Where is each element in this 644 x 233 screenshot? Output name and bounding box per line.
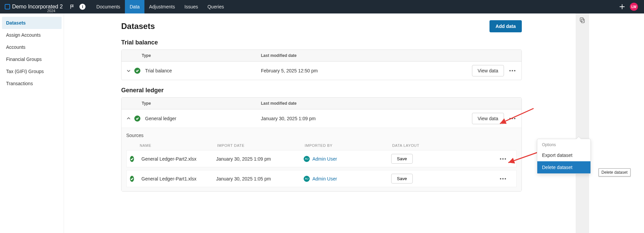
svg-rect-1 (580, 18, 583, 22)
sources-col-layout: DATA LAYOUT (392, 143, 493, 147)
trial-balance-row: Trial balance February 5, 2025 12:50 pm … (122, 62, 521, 80)
sidebar-item-assign-accounts[interactable]: Assign Accounts (2, 29, 62, 41)
add-icon[interactable] (618, 3, 626, 10)
svg-line-2 (500, 108, 534, 124)
section-trial-balance-title: Trial balance (121, 39, 522, 46)
column-header-type: Type (126, 53, 261, 58)
dropdown-export-dataset[interactable]: Export dataset (537, 149, 590, 161)
dropdown-delete-dataset[interactable]: Delete dataset (537, 161, 590, 173)
company-block[interactable]: Demo Incorporated 2 (3, 4, 65, 10)
row-date: February 5, 2025 12:50 pm (261, 68, 472, 73)
status-success-icon (134, 115, 140, 122)
source-import-date: January 30, 2025 1:09 pm (216, 156, 304, 162)
row-type-label: General ledger (145, 116, 176, 121)
nav-issues[interactable]: Issues (180, 0, 203, 13)
fiscal-year: 2024 (47, 9, 55, 13)
chevron-down-icon[interactable] (126, 68, 131, 73)
sidebar-item-financial-groups[interactable]: Financial Groups (2, 53, 62, 65)
source-row: General Ledger-Part2.xlsx January 30, 20… (126, 150, 517, 167)
row-type-label: Trial balance (145, 68, 172, 73)
nav-documents[interactable]: Documents (92, 0, 125, 13)
chevron-up-icon[interactable] (126, 116, 131, 121)
flag-icon[interactable] (70, 4, 75, 9)
add-data-button[interactable]: Add data (489, 20, 522, 32)
status-success-icon (134, 68, 140, 74)
source-name: General Ledger-Part2.xlsx (139, 156, 216, 162)
sources-col-by: IMPORTED BY (305, 143, 392, 147)
status-success-icon (130, 156, 134, 162)
top-bar: Demo Incorporated 2 2024 i Documents Dat… (0, 0, 644, 13)
column-header-type: Type (126, 101, 261, 106)
options-dropdown: Options Export dataset Delete dataset (537, 139, 591, 174)
copy-icon[interactable] (579, 17, 586, 24)
sidebar-item-datasets[interactable]: Datasets (2, 17, 62, 29)
source-row: General Ledger-Part1.xlsx January 30, 20… (126, 170, 517, 187)
sidebar: Datasets Assign Accounts Accounts Financ… (0, 13, 64, 233)
column-header-date: Last modified date (261, 101, 449, 106)
right-rail (576, 13, 589, 233)
source-name: General Ledger-Part1.xlsx (139, 176, 216, 181)
page-title: Datasets (121, 22, 155, 31)
general-ledger-panel: Type Last modified date General ledger J… (121, 97, 522, 192)
app-logo-icon (5, 4, 10, 9)
tooltip-delete-dataset: Delete dataset (599, 168, 631, 176)
sources-panel: Sources NAME IMPORT DATE IMPORTED BY DAT… (122, 128, 521, 191)
annotation-arrow-icon (497, 105, 537, 130)
nav-data[interactable]: Data (125, 0, 144, 13)
main-nav: Documents Data Adjustments Issues Querie… (92, 0, 229, 13)
user-badge-icon: AU (304, 156, 310, 162)
dropdown-label: Options (537, 139, 590, 149)
sources-col-date: IMPORT DATE (217, 143, 305, 147)
row-menu-button[interactable] (508, 68, 517, 73)
user-avatar[interactable]: LW (630, 3, 638, 11)
user-badge-icon: AU (304, 176, 310, 182)
sidebar-item-accounts[interactable]: Accounts (2, 41, 62, 53)
imported-by-link[interactable]: Admin User (312, 156, 337, 162)
sources-col-name: NAME (140, 143, 217, 147)
save-layout-button[interactable]: Save (391, 154, 413, 164)
row-date: January 30, 2025 1:09 pm (261, 116, 472, 121)
column-header-date: Last modified date (261, 53, 449, 58)
view-data-button[interactable]: View data (472, 65, 504, 76)
nav-queries[interactable]: Queries (203, 0, 229, 13)
source-import-date: January 30, 2025 1:05 pm (216, 176, 304, 181)
section-general-ledger-title: General ledger (121, 87, 522, 94)
sidebar-item-transactions[interactable]: Transactions (2, 77, 62, 90)
sidebar-item-tax-gifi-groups[interactable]: Tax (GIFI) Groups (2, 65, 62, 77)
nav-adjustments[interactable]: Adjustments (144, 0, 180, 13)
svg-rect-0 (581, 19, 584, 23)
general-ledger-row: General ledger January 30, 2025 1:09 pm … (122, 109, 521, 128)
info-icon[interactable]: i (79, 4, 86, 10)
sources-label: Sources (126, 133, 517, 138)
status-success-icon (130, 176, 134, 182)
source-menu-button[interactable] (499, 176, 507, 181)
imported-by-link[interactable]: Admin User (312, 176, 337, 181)
save-layout-button[interactable]: Save (391, 174, 413, 184)
trial-balance-panel: Type Last modified date Trial balance Fe… (121, 49, 522, 80)
